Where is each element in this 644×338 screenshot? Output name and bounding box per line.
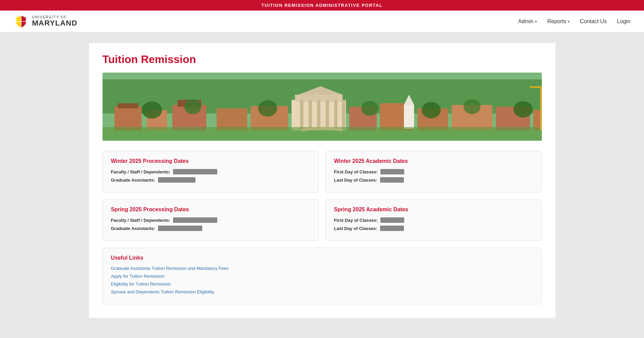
umd-shield-icon xyxy=(14,14,29,29)
winter-academic-last-value xyxy=(380,177,404,183)
winter-academic-card: Winter 2025 Academic Dates First Day of … xyxy=(326,151,542,193)
winter-processing-faculty-label: Faculty / Staff / Dependents: xyxy=(111,169,171,174)
link-apply-tuition[interactable]: Apply for Tuition Remission xyxy=(111,274,533,279)
svg-rect-37 xyxy=(540,86,542,130)
svg-rect-13 xyxy=(300,100,303,129)
svg-rect-16 xyxy=(326,100,329,129)
winter-academic-last-label: Last Day of Classes: xyxy=(334,178,377,183)
spring-academic-first-label: First Day of Classes: xyxy=(334,218,378,223)
spring-academic-last-row: Last Day of Classes: xyxy=(334,226,533,231)
info-grid: Winter 2025 Processing Dates Faculty / S… xyxy=(103,151,542,241)
spring-academic-first-row: First Day of Classes: xyxy=(334,217,533,223)
admin-label: Admin xyxy=(518,18,533,25)
spring-processing-faculty-value xyxy=(173,217,217,223)
spring-processing-faculty-row: Faculty / Staff / Dependents: xyxy=(111,217,310,223)
svg-point-32 xyxy=(361,101,378,116)
campus-image xyxy=(103,73,542,141)
spring-processing-title: Spring 2025 Processing Dates xyxy=(111,206,310,213)
svg-point-34 xyxy=(464,99,481,114)
winter-academic-title: Winter 2025 Academic Dates xyxy=(334,158,533,164)
useful-links-card: Useful Links Graduate Assistants Tuition… xyxy=(103,248,542,304)
winter-processing-grad-row: Graduate Assistants: xyxy=(111,177,310,183)
svg-rect-6 xyxy=(118,103,138,108)
logo-area: UNIVERSITY OF MARYLAND xyxy=(14,14,77,29)
link-spouse-dependents[interactable]: Spouse and Dependents Tuition Remission … xyxy=(111,289,533,294)
login-label: Login xyxy=(617,18,630,25)
winter-academic-first-value xyxy=(380,169,404,174)
winter-academic-first-row: First Day of Classes: xyxy=(334,169,533,174)
svg-rect-27 xyxy=(404,105,414,129)
svg-point-35 xyxy=(514,101,533,118)
svg-point-31 xyxy=(258,100,277,117)
svg-point-29 xyxy=(142,102,162,119)
spring-processing-card: Spring 2025 Processing Dates Faculty / S… xyxy=(103,199,319,241)
reports-chevron-icon: ▾ xyxy=(568,19,570,24)
content-card: Tuition Remission xyxy=(89,43,555,318)
svg-rect-38 xyxy=(530,86,542,88)
spring-processing-grad-label: Graduate Assistants: xyxy=(111,226,155,231)
reports-label: Reports xyxy=(547,18,566,25)
spring-processing-grad-row: Graduate Assistants: xyxy=(111,226,310,231)
svg-rect-15 xyxy=(317,100,320,129)
spring-academic-last-label: Last Day of Classes: xyxy=(334,226,377,231)
spring-academic-last-value xyxy=(380,226,404,231)
spring-processing-faculty-label: Faculty / Staff / Dependents: xyxy=(111,218,171,223)
spring-academic-card: Spring 2025 Academic Dates First Day of … xyxy=(326,199,542,241)
useful-links-title: Useful Links xyxy=(111,255,533,261)
main-wrapper: Tuition Remission xyxy=(75,33,569,328)
spring-processing-grad-value xyxy=(158,226,202,231)
svg-point-33 xyxy=(422,102,441,118)
winter-academic-last-row: Last Day of Classes: xyxy=(334,177,533,183)
spring-academic-title: Spring 2025 Academic Dates xyxy=(334,206,533,213)
link-eligibility[interactable]: Eligibility for Tuition Remission xyxy=(111,281,533,287)
winter-processing-faculty-value xyxy=(173,169,217,174)
link-grad-assistants[interactable]: Graduate Assistants Tuition Remission an… xyxy=(111,266,533,271)
spring-academic-first-value xyxy=(380,217,404,223)
admin-chevron-icon: ▾ xyxy=(535,19,537,24)
page-title: Tuition Remission xyxy=(103,53,542,66)
winter-processing-faculty-row: Faculty / Staff / Dependents: xyxy=(111,169,310,174)
admin-nav-item[interactable]: Admin ▾ xyxy=(518,18,537,25)
svg-rect-5 xyxy=(114,107,142,130)
winter-processing-title: Winter 2025 Processing Dates xyxy=(111,158,310,164)
svg-rect-14 xyxy=(309,100,312,129)
svg-rect-17 xyxy=(334,100,337,129)
header: UNIVERSITY OF MARYLAND Admin ▾ Reports ▾… xyxy=(0,11,644,33)
winter-academic-first-label: First Day of Classes: xyxy=(334,169,378,174)
campus-image-inner xyxy=(103,73,542,141)
svg-point-30 xyxy=(184,99,201,114)
maryland-label: MARYLAND xyxy=(32,19,77,27)
logo-text: UNIVERSITY OF MARYLAND xyxy=(32,15,77,27)
winter-processing-card: Winter 2025 Processing Dates Faculty / S… xyxy=(103,151,319,193)
banner-text: TUITION REMISSION ADMINISTRATIVE PORTAL xyxy=(262,3,383,8)
contact-us-nav-item[interactable]: Contact Us xyxy=(580,18,607,25)
nav-links: Admin ▾ Reports ▾ Contact Us Login xyxy=(518,18,630,25)
reports-nav-item[interactable]: Reports ▾ xyxy=(547,18,570,25)
winter-processing-grad-label: Graduate Assistants: xyxy=(111,178,155,183)
svg-rect-18 xyxy=(342,100,345,129)
top-banner: TUITION REMISSION ADMINISTRATIVE PORTAL xyxy=(0,0,644,11)
login-nav-item[interactable]: Login xyxy=(617,18,630,25)
contact-us-label: Contact Us xyxy=(580,18,607,25)
winter-processing-grad-value xyxy=(158,177,195,183)
